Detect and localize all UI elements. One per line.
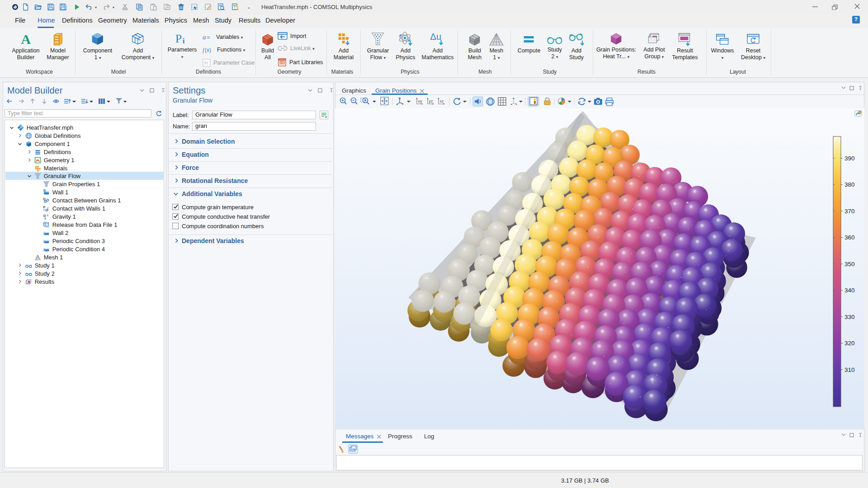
svg-text:350: 350: [844, 261, 855, 267]
svg-text:(x): (x): [205, 47, 211, 53]
svg-text:330: 330: [844, 314, 855, 320]
svg-text:P: P: [43, 205, 46, 209]
svg-text:390: 390: [844, 155, 855, 162]
svg-text:340: 340: [844, 287, 855, 294]
svg-text:xz: xz: [440, 99, 444, 103]
svg-text:Δu: Δu: [430, 32, 441, 42]
svg-text:D: D: [43, 189, 46, 192]
svg-text:D: D: [43, 214, 46, 218]
svg-text:380: 380: [844, 181, 855, 188]
svg-text:370: 370: [844, 208, 855, 215]
svg-text:xy: xy: [418, 99, 423, 103]
svg-text:320: 320: [844, 340, 855, 347]
svg-text:=: =: [207, 34, 210, 41]
svg-text:A: A: [21, 33, 31, 46]
svg-text:310: 310: [844, 366, 855, 373]
svg-text:yz: yz: [429, 99, 434, 103]
svg-text:i: i: [183, 37, 185, 45]
svg-text:a: a: [203, 33, 206, 41]
svg-text:360: 360: [844, 234, 855, 241]
svg-text:Pi: Pi: [204, 60, 208, 66]
svg-text:P: P: [175, 32, 182, 45]
